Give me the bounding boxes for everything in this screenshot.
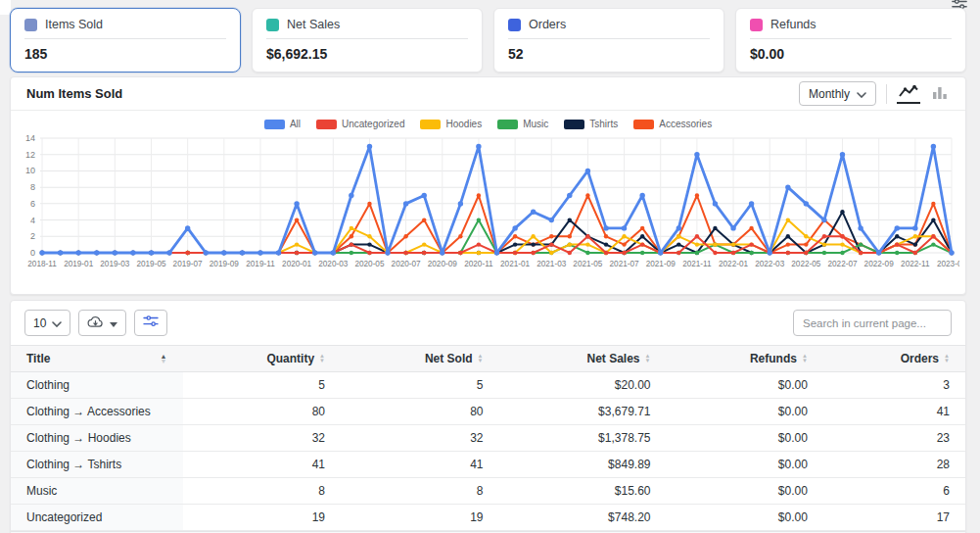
legend-item-accessories[interactable]: Accessories (633, 119, 712, 129)
legend-item-all[interactable]: All (264, 119, 301, 129)
summary-card-orders[interactable]: Orders52 (493, 8, 724, 73)
sort-icon: ▲▼ (319, 354, 325, 363)
cell-quantity: 41 (183, 452, 342, 478)
cell-net_sales: $748.20 (499, 505, 667, 531)
column-header-net-sales[interactable]: Net Sales▲▼ (499, 346, 667, 372)
line-chart-svg: 024681012142018-112019-012019-032019-052… (17, 131, 959, 280)
cell-quantity: 8 (183, 478, 342, 505)
card-label: Refunds (770, 18, 817, 31)
sort-icon: ▲▼ (645, 354, 651, 363)
page-size-select[interactable]: 10 (24, 310, 70, 336)
column-label: Net Sales (587, 352, 640, 365)
svg-text:2021-07: 2021-07 (610, 260, 640, 268)
cell-refunds: $0.00 (667, 372, 823, 399)
cell-refunds: $0.00 (667, 478, 823, 505)
column-label: Net Sold (425, 352, 473, 365)
card-value: $6,692.15 (266, 46, 468, 62)
svg-text:2022-01: 2022-01 (719, 260, 749, 268)
column-header-net-sold[interactable]: Net Sold▲▼ (341, 346, 499, 372)
legend-label: All (290, 119, 301, 129)
table-search-input[interactable] (793, 310, 952, 336)
sliders-icon (143, 315, 159, 331)
legend-item-hoodies[interactable]: Hoodies (420, 119, 482, 129)
summary-card-refunds[interactable]: Refunds$0.00 (735, 8, 966, 73)
divider (886, 84, 887, 104)
svg-text:8: 8 (30, 182, 35, 192)
line-chart-toggle[interactable] (897, 83, 920, 104)
svg-text:2020-01: 2020-01 (282, 260, 312, 268)
svg-text:10: 10 (25, 166, 35, 175)
categories-table: Title▲▼Quantity▲▼Net Sold▲▼Net Sales▲▼Re… (11, 345, 965, 531)
column-label: Refunds (750, 352, 797, 365)
svg-text:2019-09: 2019-09 (210, 260, 240, 268)
card-label: Net Sales (287, 18, 340, 31)
svg-text:2: 2 (30, 231, 35, 241)
page-size-value: 10 (33, 316, 46, 330)
svg-text:2022-05: 2022-05 (791, 260, 821, 268)
chart-title: Num Items Sold (26, 86, 122, 101)
cell-net_sales: $20.00 (499, 372, 667, 399)
column-label: Title (26, 352, 50, 365)
download-button[interactable] (78, 310, 126, 336)
column-settings-button[interactable] (134, 310, 167, 336)
cell-net_sales: $3,679.71 (499, 399, 667, 425)
svg-text:2022-07: 2022-07 (827, 260, 858, 268)
column-header-title[interactable]: Title▲▼ (11, 346, 183, 372)
legend-label: Uncategorized (342, 119, 404, 129)
divider (24, 38, 226, 39)
svg-text:2023-01: 2023-01 (937, 260, 959, 268)
card-label: Items Sold (45, 18, 103, 31)
chart-panel: Num Items Sold Monthly AllUncategorizedH… (10, 76, 966, 295)
cell-net_sales: $15.60 (499, 478, 667, 505)
cell-net_sold: 41 (341, 452, 499, 478)
svg-text:12: 12 (25, 150, 35, 160)
column-label: Quantity (266, 352, 314, 365)
cell-title: Clothing → Accessories (11, 399, 183, 425)
chart-legend: AllUncategorizedHoodiesMusicTshirtsAcces… (11, 111, 965, 131)
interval-select[interactable]: Monthly (799, 81, 876, 106)
svg-text:2020-07: 2020-07 (392, 260, 422, 268)
bar-chart-toggle[interactable] (930, 84, 950, 103)
column-header-orders[interactable]: Orders▲▼ (823, 346, 965, 372)
legend-item-tshirts[interactable]: Tshirts (564, 119, 618, 129)
sort-ascending-icon: ▲▼ (161, 354, 167, 363)
card-swatch-icon (508, 19, 521, 31)
bar-chart-icon (932, 87, 948, 102)
cell-net_sold: 80 (341, 399, 499, 425)
sort-icon: ▲▼ (802, 354, 808, 363)
divider (750, 38, 952, 39)
cell-net_sales: $849.89 (499, 452, 667, 478)
cell-net_sold: 5 (341, 372, 499, 399)
legend-swatch-icon (633, 120, 654, 129)
table-row: Music88$15.60$0.006 (11, 478, 965, 505)
chevron-down-icon (52, 316, 62, 330)
column-header-refunds[interactable]: Refunds▲▼ (667, 346, 823, 372)
summary-card-items-sold[interactable]: Items Sold185 (10, 8, 241, 73)
table-row: Clothing → Tshirts4141$849.89$0.0028 (11, 452, 965, 478)
legend-label: Accessories (659, 119, 712, 129)
legend-swatch-icon (420, 120, 441, 129)
svg-text:2022-11: 2022-11 (901, 260, 930, 268)
card-swatch-icon (266, 19, 279, 31)
card-swatch-icon (750, 19, 763, 31)
cell-net_sold: 8 (341, 478, 499, 505)
svg-text:2021-01: 2021-01 (500, 260, 531, 268)
svg-text:2019-01: 2019-01 (64, 260, 94, 268)
card-value: $0.00 (750, 46, 952, 62)
divider (266, 38, 468, 39)
column-header-quantity[interactable]: Quantity▲▼ (183, 346, 342, 372)
cell-net_sold: 32 (341, 425, 499, 452)
svg-text:2020-03: 2020-03 (318, 260, 349, 268)
table-row: Clothing → Accessories8080$3,679.71$0.00… (11, 399, 965, 425)
svg-text:14: 14 (25, 133, 35, 143)
table-row: Clothing55$20.00$0.003 (11, 372, 965, 399)
cell-quantity: 19 (183, 505, 342, 531)
chevron-down-icon (857, 87, 866, 101)
svg-text:2018-11: 2018-11 (27, 260, 57, 268)
svg-text:6: 6 (30, 199, 35, 209)
summary-card-net-sales[interactable]: Net Sales$6,692.15 (252, 8, 483, 73)
legend-swatch-icon (316, 120, 337, 129)
legend-item-music[interactable]: Music (497, 119, 548, 129)
legend-item-uncategorized[interactable]: Uncategorized (316, 119, 404, 129)
cell-refunds: $0.00 (667, 425, 823, 452)
